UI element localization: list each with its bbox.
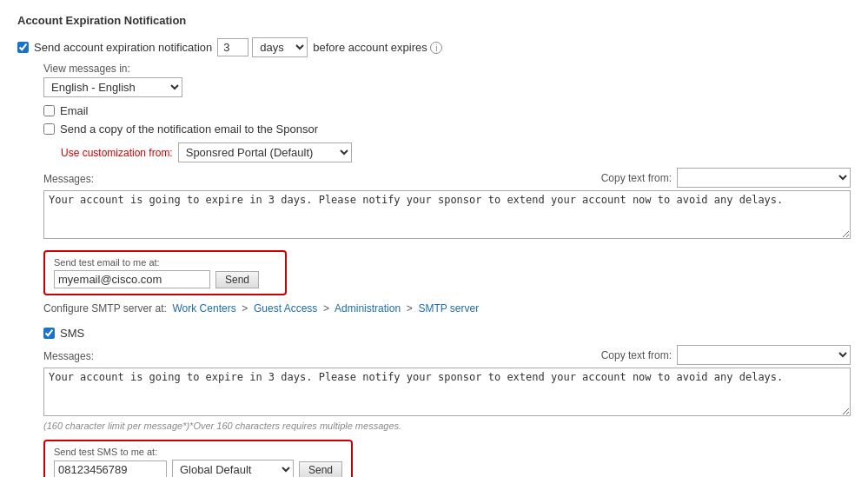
sms-messages-label: Messages:	[43, 348, 104, 362]
copy-text-select-email[interactable]	[677, 168, 851, 188]
send-notification-checkbox[interactable]	[17, 42, 29, 53]
email-label: Email	[60, 104, 89, 117]
email-checkbox[interactable]	[43, 105, 55, 116]
smtp-server-link[interactable]: SMTP server	[418, 302, 479, 315]
language-select[interactable]: English - English Spanish - Spanish	[43, 77, 182, 97]
days-input[interactable]	[217, 38, 248, 56]
sms-messages-textarea[interactable]: Your account is going to expire in 3 day…	[43, 368, 851, 416]
copy-text-select-sms[interactable]	[677, 345, 851, 365]
test-email-label: Send test email to me at:	[54, 257, 276, 268]
customization-select[interactable]: Sponsred Portal (Default)	[178, 142, 352, 162]
copy-text-label-email: Copy text from:	[601, 172, 672, 184]
section-title: Account Expiration Notification	[17, 14, 851, 27]
test-sms-box: Send test SMS to me at: Global Default S…	[43, 440, 353, 477]
email-messages-textarea[interactable]: Your account is going to expire in 3 day…	[43, 190, 851, 239]
view-messages-label: View messages in:	[43, 63, 851, 75]
send-notification-label: Send account expiration notification	[34, 41, 212, 54]
copy-checkbox[interactable]	[43, 123, 55, 135]
test-sms-phone-input[interactable]	[54, 460, 167, 477]
test-email-box: Send test email to me at: Send	[43, 250, 287, 295]
send-email-button[interactable]: Send	[215, 271, 259, 288]
smtp-guest-access-link[interactable]: Guest Access	[254, 302, 317, 315]
days-unit-select[interactable]: days hours	[252, 37, 308, 57]
send-sms-button[interactable]: Send	[299, 461, 342, 478]
sms-label: SMS	[60, 327, 84, 340]
smtp-administration-link[interactable]: Administration	[335, 302, 401, 315]
char-limit-note: (160 character limit per message*)*Over …	[17, 421, 851, 431]
test-sms-label: Send test SMS to me at:	[54, 447, 342, 457]
smtp-work-centers-link[interactable]: Work Centers	[173, 302, 236, 315]
sms-checkbox[interactable]	[43, 328, 55, 339]
sms-provider-select[interactable]: Global Default	[172, 460, 294, 477]
copy-label: Send a copy of the notification email to…	[60, 123, 318, 136]
smtp-configure: Configure SMTP server at: Work Centers >…	[17, 302, 851, 315]
test-email-input[interactable]	[54, 270, 210, 288]
customization-label: Use customization from:	[61, 147, 173, 159]
before-expires-label: before account expires	[313, 41, 427, 54]
info-icon: i	[430, 42, 442, 54]
email-messages-label: Messages:	[43, 171, 104, 185]
copy-text-label-sms: Copy text from:	[601, 349, 672, 361]
